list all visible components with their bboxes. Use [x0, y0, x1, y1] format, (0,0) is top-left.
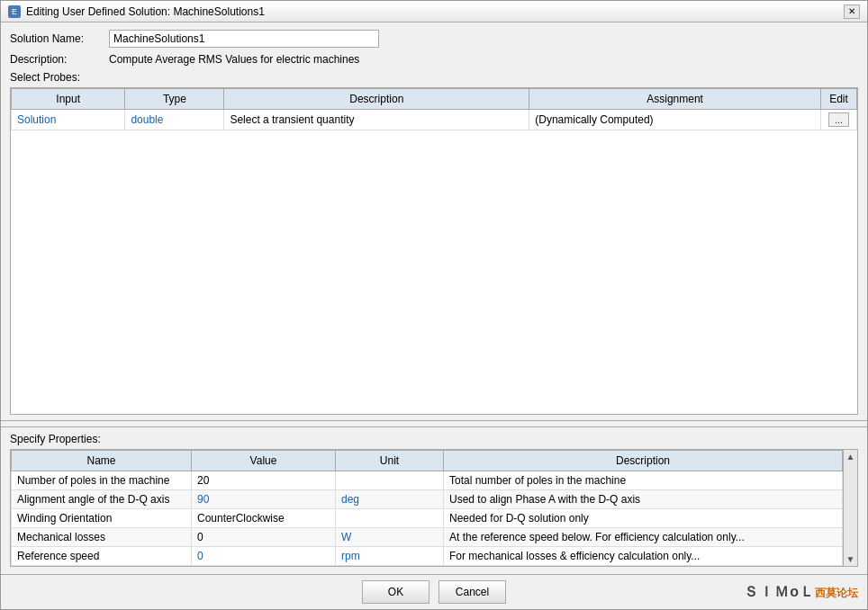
prop-cell-name: Alignment angle of the D-Q axis	[12, 490, 192, 509]
prop-cell-unit	[336, 471, 444, 490]
main-window: E Editing User Defined Solution: Machine…	[0, 0, 868, 610]
cell-input: Solution	[12, 110, 125, 130]
close-button[interactable]: ✕	[844, 4, 860, 19]
table-row: SolutiondoubleSelect a transient quantit…	[12, 110, 857, 130]
col-input: Input	[12, 89, 125, 110]
window-title: Editing User Defined Solution: MachineSo…	[26, 5, 265, 18]
prop-cell-name: Number of poles in the machine	[12, 471, 192, 490]
prop-cell-unit: rpm	[336, 547, 444, 566]
cell-edit: ...	[821, 110, 857, 130]
footer: OK Cancel ＳＩＭoＬ西莫论坛	[1, 574, 867, 609]
prop-col-value: Value	[192, 451, 336, 471]
prop-cell-value: 0	[192, 547, 336, 566]
prop-cell-value: 90	[192, 490, 336, 509]
solution-name-label: Solution Name:	[10, 32, 109, 45]
prop-cell-description: Total number of poles in the machine	[444, 471, 843, 490]
prop-cell-unit	[336, 509, 444, 528]
col-assignment: Assignment	[529, 89, 821, 110]
probes-table-container[interactable]: Input Type Description Assignment Edit S…	[10, 87, 858, 415]
cell-type: double	[125, 110, 224, 130]
col-edit: Edit	[821, 89, 857, 110]
prop-cell-unit: W	[336, 528, 444, 547]
table-row: Alignment angle of the D-Q axis90degUsed…	[12, 490, 843, 509]
main-content: Solution Name: Description: Compute Aver…	[1, 22, 867, 574]
table-row: Winding OrientationCounterClockwiseNeede…	[12, 509, 843, 528]
ok-button[interactable]: OK	[362, 580, 429, 604]
table-row: Mechanical losses0WAt the reference spee…	[12, 528, 843, 547]
cancel-button[interactable]: Cancel	[439, 580, 506, 604]
prop-cell-value: CounterClockwise	[192, 509, 336, 528]
description-value: Compute Average RMS Values for electric …	[109, 53, 359, 66]
footer-buttons: OK Cancel	[293, 580, 575, 604]
table-row: Number of poles in the machine20Total nu…	[12, 471, 843, 490]
probes-table: Input Type Description Assignment Edit S…	[11, 88, 857, 130]
col-description: Description	[224, 89, 529, 110]
prop-cell-name: Mechanical losses	[12, 528, 192, 547]
col-type: Type	[125, 89, 224, 110]
prop-cell-value: 0	[192, 528, 336, 547]
properties-section: Specify Properties: Name Value Unit Desc…	[10, 433, 858, 567]
select-probes-label: Select Probes:	[10, 71, 858, 84]
brand-text: 西莫论坛	[815, 587, 858, 599]
prop-cell-name: Reference speed	[12, 547, 192, 566]
prop-cell-description: At the reference speed below. For effici…	[444, 528, 843, 547]
prop-cell-description: For mechanical losses & efficiency calcu…	[444, 547, 843, 566]
edit-button[interactable]: ...	[828, 112, 849, 127]
description-label: Description:	[10, 53, 109, 66]
cell-description: Select a transient quantity	[224, 110, 529, 130]
prop-col-unit: Unit	[336, 451, 444, 471]
prop-col-description: Description	[444, 451, 843, 471]
prop-cell-unit: deg	[336, 490, 444, 509]
title-bar: E Editing User Defined Solution: Machine…	[1, 1, 867, 22]
probes-section: Input Type Description Assignment Edit S…	[10, 87, 858, 415]
solution-name-row: Solution Name:	[10, 30, 858, 48]
properties-table-container[interactable]: Name Value Unit Description Number of po…	[11, 450, 843, 566]
brand-logo: ＳＩＭoＬ西莫论坛	[744, 583, 858, 602]
table-row: Reference speed0rpmFor mechanical losses…	[12, 547, 843, 566]
prop-cell-description: Needed for D-Q solution only	[444, 509, 843, 528]
solution-name-input[interactable]	[109, 30, 379, 48]
prop-cell-name: Winding Orientation	[12, 509, 192, 528]
description-row: Description: Compute Average RMS Values …	[10, 53, 858, 66]
window-icon: E	[8, 5, 21, 18]
properties-table: Name Value Unit Description Number of po…	[11, 450, 843, 566]
prop-cell-value: 20	[192, 471, 336, 490]
cell-assignment: (Dynamically Computed)	[529, 110, 821, 130]
prop-cell-description: Used to align Phase A with the D-Q axis	[444, 490, 843, 509]
section-divider	[1, 420, 867, 427]
specify-properties-label: Specify Properties:	[10, 433, 858, 445]
scrollbar[interactable]: ▲ ▼	[843, 450, 857, 566]
prop-col-name: Name	[12, 451, 192, 471]
